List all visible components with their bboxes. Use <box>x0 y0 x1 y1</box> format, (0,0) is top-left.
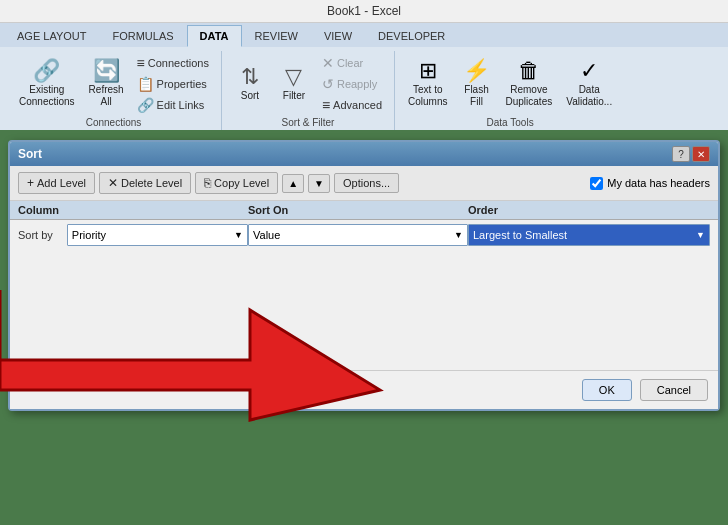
clear-icon: ✕ <box>322 55 334 71</box>
delete-level-label: Delete Level <box>121 177 182 189</box>
help-icon: ? <box>678 149 684 160</box>
sort-by-label: Sort by <box>18 229 61 241</box>
cancel-button[interactable]: Cancel <box>640 379 708 401</box>
ribbon-tabs: AGE LAYOUT FORMULAS DATA REVIEW VIEW DEV… <box>0 23 728 47</box>
sort-filter-buttons: ⇅ Sort ▽ Filter ✕ Clear ↺ Reapply ≡ Adva… <box>230 53 386 115</box>
copy-level-icon: ⎘ <box>204 176 211 190</box>
connections-small-label: Connections <box>148 57 209 69</box>
connections-group-label: Connections <box>86 117 142 128</box>
dialog-titlebar: Sort ? ✕ <box>10 142 718 166</box>
order-column: Largest to Smallest ▼ <box>468 224 710 246</box>
tab-agelayout[interactable]: AGE LAYOUT <box>4 25 99 47</box>
tab-developer[interactable]: DEVELOPER <box>365 25 458 47</box>
flash-fill-icon: ⚡ <box>463 60 490 82</box>
has-headers-area: My data has headers <box>590 177 710 190</box>
close-icon: ✕ <box>697 149 705 160</box>
data-tools-group-label: Data Tools <box>487 117 534 128</box>
sort-on-select-value: Value <box>253 229 280 241</box>
ribbon-group-connections: 🔗 ExistingConnections 🔄 RefreshAll ≡ Con… <box>6 51 222 130</box>
move-up-button[interactable]: ▲ <box>282 174 304 193</box>
reapply-label: Reapply <box>337 78 377 90</box>
edit-links-button[interactable]: 🔗 Edit Links <box>133 95 213 115</box>
filter-label: Filter <box>283 90 305 102</box>
clear-button[interactable]: ✕ Clear <box>318 53 386 73</box>
connections-buttons: 🔗 ExistingConnections 🔄 RefreshAll ≡ Con… <box>14 53 213 115</box>
dialog-help-button[interactable]: ? <box>672 146 690 162</box>
ribbon-group-sort-filter: ⇅ Sort ▽ Filter ✕ Clear ↺ Reapply ≡ Adva… <box>222 51 395 130</box>
refresh-label: RefreshAll <box>89 84 124 108</box>
has-headers-label: My data has headers <box>607 177 710 189</box>
sort-label: Sort <box>241 90 259 102</box>
dialog-close-button[interactable]: ✕ <box>692 146 710 162</box>
sort-button[interactable]: ⇅ Sort <box>230 63 270 105</box>
order-select[interactable]: Largest to Smallest ▼ <box>468 224 710 246</box>
copy-level-label: Copy Level <box>214 177 269 189</box>
sort-row: Sort by Priority ▼ Value ▼ Largest to Sm… <box>10 220 718 250</box>
order-select-arrow: ▼ <box>696 230 705 240</box>
move-down-button[interactable]: ▼ <box>308 174 330 193</box>
column-select-value: Priority <box>72 229 106 241</box>
dialog-title: Sort <box>18 147 42 161</box>
has-headers-checkbox[interactable] <box>590 177 603 190</box>
edit-links-icon: 🔗 <box>137 97 154 113</box>
title-text: Book1 - Excel <box>327 4 401 18</box>
tab-formulas[interactable]: FORMULAS <box>99 25 186 47</box>
flash-fill-button[interactable]: ⚡ FlashFill <box>457 57 497 111</box>
sort-filter-group-label: Sort & Filter <box>282 117 335 128</box>
connections-button[interactable]: ≡ Connections <box>133 53 213 73</box>
data-validation-icon: ✓ <box>580 60 598 82</box>
advanced-label: Advanced <box>333 99 382 111</box>
column-select[interactable]: Priority ▼ <box>67 224 248 246</box>
options-button[interactable]: Options... <box>334 173 399 193</box>
add-level-label: Add Level <box>37 177 86 189</box>
text-to-columns-label: Text toColumns <box>408 84 447 108</box>
connections-icon: 🔗 <box>33 60 60 82</box>
properties-button[interactable]: 📋 Properties <box>133 74 213 94</box>
move-up-icon: ▲ <box>288 178 298 189</box>
properties-label: Properties <box>157 78 207 90</box>
sort-on-select-arrow: ▼ <box>454 230 463 240</box>
edit-links-label: Edit Links <box>157 99 205 111</box>
remove-duplicates-icon: 🗑 <box>518 60 540 82</box>
sort-icon: ⇅ <box>241 66 259 88</box>
dialog-body <box>10 250 718 370</box>
add-level-icon: + <box>27 176 34 190</box>
ribbon-group-data-tools: ⊞ Text toColumns ⚡ FlashFill 🗑 RemoveDup… <box>395 51 625 130</box>
red-arrow <box>0 260 410 440</box>
connections-small-buttons: ≡ Connections 📋 Properties 🔗 Edit Links <box>133 53 213 115</box>
delete-level-button[interactable]: ✕ Delete Level <box>99 172 191 194</box>
add-level-button[interactable]: + Add Level <box>18 172 95 194</box>
dialog-table-header: Column Sort On Order <box>10 201 718 220</box>
tab-review[interactable]: REVIEW <box>242 25 311 47</box>
order-header: Order <box>468 204 710 216</box>
sort-on-column: Value ▼ <box>248 224 468 246</box>
dialog-toolbar: + Add Level ✕ Delete Level ⎘ Copy Level … <box>10 166 718 201</box>
title-bar: Book1 - Excel <box>0 0 728 23</box>
ok-button[interactable]: OK <box>582 379 632 401</box>
sort-on-select[interactable]: Value ▼ <box>248 224 468 246</box>
connections-small-icon: ≡ <box>137 55 145 71</box>
reapply-button[interactable]: ↺ Reapply <box>318 74 386 94</box>
sort-on-header: Sort On <box>248 204 468 216</box>
text-to-columns-button[interactable]: ⊞ Text toColumns <box>403 57 452 111</box>
data-validation-button[interactable]: ✓ DataValidatio... <box>561 57 617 111</box>
options-label: Options... <box>343 177 390 189</box>
existing-connections-button[interactable]: 🔗 ExistingConnections <box>14 57 80 111</box>
tab-data[interactable]: DATA <box>187 25 242 47</box>
advanced-button[interactable]: ≡ Advanced <box>318 95 386 115</box>
copy-level-button[interactable]: ⎘ Copy Level <box>195 172 278 194</box>
ribbon-content: 🔗 ExistingConnections 🔄 RefreshAll ≡ Con… <box>0 47 728 130</box>
flash-fill-label: FlashFill <box>464 84 488 108</box>
reapply-icon: ↺ <box>322 76 334 92</box>
move-down-icon: ▼ <box>314 178 324 189</box>
remove-duplicates-button[interactable]: 🗑 RemoveDuplicates <box>501 57 558 111</box>
filter-button[interactable]: ▽ Filter <box>274 63 314 105</box>
order-select-value: Largest to Smallest <box>473 229 567 241</box>
data-tools-buttons: ⊞ Text toColumns ⚡ FlashFill 🗑 RemoveDup… <box>403 53 617 115</box>
properties-icon: 📋 <box>137 76 154 92</box>
tab-view[interactable]: VIEW <box>311 25 365 47</box>
delete-level-icon: ✕ <box>108 176 118 190</box>
dialog-controls: ? ✕ <box>672 146 710 162</box>
refresh-all-button[interactable]: 🔄 RefreshAll <box>84 57 129 111</box>
app-area: Sort ? ✕ + Add Level ✕ Delete Level ⎘ <box>0 130 728 525</box>
